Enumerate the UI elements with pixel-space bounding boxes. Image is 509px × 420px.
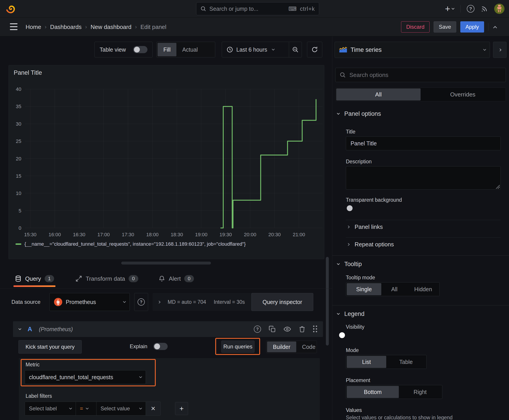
duplicate-query-button[interactable]: [269, 326, 276, 333]
editor-tabs: Query 1 Transform data 0 Alert 0: [0, 269, 332, 289]
tab-overrides[interactable]: Overrides: [421, 88, 505, 100]
chevron-down-icon: [139, 406, 142, 409]
divider: [488, 23, 488, 31]
news-rss-button[interactable]: [481, 5, 488, 12]
fill-option[interactable]: Fill: [158, 43, 176, 56]
tab-query[interactable]: Query 1: [14, 269, 55, 289]
tab-transform-data[interactable]: Transform data 0: [74, 269, 140, 289]
breadcrumb-new-dashboard[interactable]: New dashboard: [91, 23, 131, 30]
legend-mode-table[interactable]: Table: [386, 356, 426, 368]
code-option[interactable]: Code: [296, 341, 321, 352]
chevron-right-icon: [347, 225, 350, 228]
add-new-button[interactable]: +: [445, 8, 454, 10]
explain-control: Explain: [130, 339, 168, 354]
transparent-bg-label: Transparent background: [346, 197, 402, 203]
metric-value: cloudflared_tunnel_total_requests: [29, 374, 137, 381]
panel-title[interactable]: Panel Title: [14, 69, 42, 76]
tooltip-hidden[interactable]: Hidden: [408, 283, 439, 295]
chart-svg[interactable]: 051015202530354015:3016:0016:3017:0017:3…: [9, 80, 325, 240]
tab-alert[interactable]: Alert 0: [157, 269, 195, 289]
section-repeat-options[interactable]: Repeat options: [347, 238, 394, 251]
panel-actions: Discard Save Apply: [401, 17, 496, 36]
filter-operator-select[interactable]: =: [76, 402, 97, 415]
svg-text:25: 25: [16, 138, 21, 144]
actual-option[interactable]: Actual: [176, 43, 204, 56]
discard-button[interactable]: Discard: [401, 21, 430, 32]
save-button[interactable]: Save: [433, 21, 456, 32]
section-tooltip[interactable]: Tooltip: [337, 261, 362, 268]
metric-select[interactable]: cloudflared_tunnel_total_requests: [25, 370, 146, 384]
datasource-row: Data source Prometheus ? MD = auto = 704…: [0, 293, 332, 311]
options-search-placeholder: Search options: [349, 72, 388, 79]
legend-mode-list[interactable]: List: [347, 356, 386, 368]
explain-toggle[interactable]: [153, 343, 168, 350]
expand-viz-list-button[interactable]: [493, 42, 507, 58]
table-view-toggle[interactable]: [133, 46, 147, 53]
chevron-right-icon: [498, 48, 501, 51]
placement-bottom[interactable]: Bottom: [347, 386, 399, 398]
search-shortcut: ctrl+k: [300, 6, 315, 12]
section-legend[interactable]: Legend: [337, 310, 365, 317]
section-panel-links[interactable]: Panel links: [347, 220, 383, 233]
options-search-input[interactable]: Search options: [335, 68, 506, 82]
breadcrumb: Home › Dashboards › New dashboard › Edit…: [26, 17, 166, 36]
chevron-down-icon: [483, 48, 486, 51]
query-row-header[interactable]: A (Prometheus) ?: [13, 321, 323, 337]
legend-series-marker[interactable]: [15, 243, 21, 245]
legend-placement-switch: Bottom Right: [346, 385, 442, 399]
breadcrumb-home[interactable]: Home: [26, 23, 41, 30]
section-panel-options[interactable]: Panel options: [337, 110, 381, 117]
filter-value-select[interactable]: Select value: [97, 402, 146, 415]
tooltip-all[interactable]: All: [381, 283, 408, 295]
placement-label: Placement: [346, 377, 370, 383]
chevron-down-icon: [86, 406, 89, 409]
top-bar: Search or jump to... ⌨ ctrl+k + ?: [0, 0, 509, 17]
chevron-down-icon: [272, 48, 275, 51]
kick-start-query-button[interactable]: Kick start your query: [18, 340, 82, 354]
tooltip-single[interactable]: Single: [347, 283, 381, 295]
builder-code-switch: Builder Code: [266, 341, 317, 353]
legend-series-label[interactable]: {__name__="cloudflared_tunnel_total_requ…: [24, 241, 246, 247]
hide-query-button[interactable]: [283, 326, 291, 333]
datasource-picker[interactable]: Prometheus: [49, 293, 130, 311]
query-help-button[interactable]: ?: [254, 326, 261, 333]
query-datasource-hint: (Prometheus): [39, 326, 73, 332]
drag-handle[interactable]: [313, 326, 317, 333]
query-inspector-button[interactable]: Query inspector: [251, 293, 313, 311]
datasource-help-button[interactable]: ?: [134, 293, 148, 311]
description-textarea[interactable]: [346, 166, 501, 190]
panel-title-input[interactable]: Panel Title: [346, 136, 501, 150]
menu-toggle-button[interactable]: [10, 23, 17, 30]
help-button[interactable]: ?: [467, 5, 474, 13]
tooltip-mode-label: Tooltip mode: [346, 275, 375, 281]
svg-text:0: 0: [19, 225, 21, 231]
query-editor-body: Metric cloudflared_tunnel_total_requests…: [19, 358, 320, 420]
breadcrumb-separator: ›: [135, 24, 137, 30]
panel-resize-handle[interactable]: [121, 262, 211, 264]
builder-option[interactable]: Builder: [267, 341, 296, 352]
apply-button[interactable]: Apply: [460, 21, 484, 32]
filter-label-select[interactable]: Select label: [25, 402, 76, 415]
add-filter-button[interactable]: +: [175, 402, 188, 415]
zoom-out-button[interactable]: [289, 42, 302, 57]
query-options-summary[interactable]: MD = auto = 704 Interval = 30s: [153, 293, 254, 311]
delete-query-button[interactable]: [299, 326, 305, 333]
placement-right[interactable]: Right: [399, 386, 441, 398]
collapse-header-button[interactable]: [493, 26, 497, 30]
resize-corner-icon[interactable]: [495, 184, 500, 189]
grafana-logo-icon[interactable]: [6, 4, 16, 14]
breadcrumb-dashboards[interactable]: Dashboards: [50, 23, 82, 30]
divider: [346, 220, 501, 220]
fill-actual-switch: Fill Actual: [156, 42, 215, 57]
remove-filter-button[interactable]: ✕: [146, 402, 161, 415]
refresh-button[interactable]: [307, 42, 322, 57]
visualization-picker[interactable]: Time series: [335, 42, 490, 58]
run-queries-button[interactable]: Run queries: [221, 341, 255, 353]
svg-text:21:00: 21:00: [293, 232, 305, 237]
tab-all[interactable]: All: [336, 88, 421, 100]
search-icon: [200, 6, 206, 12]
time-range-picker[interactable]: Last 6 hours: [222, 42, 289, 57]
user-avatar[interactable]: [494, 4, 504, 14]
global-search-input[interactable]: Search or jump to... ⌨ ctrl+k: [196, 2, 319, 15]
query-count-badge: 1: [45, 275, 54, 282]
